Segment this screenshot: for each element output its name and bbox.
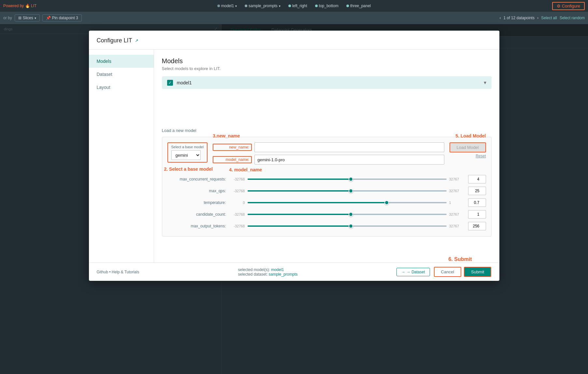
- slices-chevron-icon: ▾: [35, 16, 36, 20]
- model-name-input[interactable]: gemini-1.0-pro: [254, 155, 444, 165]
- slider-label-max-concurrent: max_concurrent_requests:: [167, 177, 226, 181]
- load-model-header: Load a new model: [162, 128, 492, 133]
- slider-label-candidate-count: candidate_count:: [167, 212, 226, 217]
- models-section-title: Models: [162, 57, 492, 65]
- load-model-section: Load a new model Select a base model gem: [162, 128, 492, 237]
- footer-links: Github • Help & Tutorials: [97, 270, 139, 274]
- nav-tab-model1[interactable]: model1 ▾: [214, 2, 240, 9]
- modal-main-content: Models Select models to explore in LIT. …: [154, 50, 499, 263]
- slider-row-temperature: temperature: 0 1: [167, 198, 486, 208]
- slices-button[interactable]: ⊞ Slices ▾: [15, 14, 40, 22]
- base-model-select[interactable]: gemini: [171, 150, 201, 160]
- model1-chevron-icon[interactable]: ▾: [484, 79, 486, 86]
- new-name-row: new_name:: [213, 142, 444, 152]
- layout-icon-3: [346, 5, 349, 7]
- slider-thumb-max-qps[interactable]: [349, 189, 353, 193]
- slider-track-max-qps[interactable]: [248, 190, 447, 192]
- modal-footer: Github • Help & Tutorials selected model…: [89, 263, 499, 281]
- slider-max-max-output-tokens: 32767: [449, 224, 466, 228]
- slider-thumb-max-output-tokens[interactable]: [349, 224, 353, 228]
- datapoint-counter: 1 of 12 datapoints: [504, 16, 535, 20]
- model-name-section: model_name: gemini-1.0-pro 4. model_name: [213, 155, 444, 165]
- main-area: dings ⤢ Datapoint Editor Datapoint Gener…: [0, 24, 588, 374]
- models-section-subtitle: Select models to explore in LIT.: [162, 66, 492, 71]
- slider-max-max-concurrent: 32767: [449, 177, 466, 181]
- annotation-model-name: 4. model_name: [229, 167, 262, 172]
- sidebar-item-dataset[interactable]: Dataset: [89, 68, 154, 81]
- cancel-button[interactable]: Cancel: [434, 267, 461, 277]
- select-all-link[interactable]: Select all: [541, 16, 557, 20]
- new-name-label: new_name:: [213, 144, 252, 151]
- slider-track-candidate-count[interactable]: [248, 214, 447, 215]
- slider-fill-candidate-count: [248, 214, 351, 215]
- selected-model-link[interactable]: model1: [271, 267, 284, 272]
- slider-track-max-output-tokens[interactable]: [248, 225, 447, 227]
- model1-chevron-icon: ▾: [235, 4, 237, 8]
- new-name-input[interactable]: [254, 142, 444, 152]
- model1-row[interactable]: ✓ model1 ▾: [162, 76, 492, 89]
- slider-min-candidate-count: -32768: [229, 212, 245, 216]
- slider-thumb-temperature[interactable]: [384, 200, 389, 205]
- pin-datapoint-button[interactable]: 📌 Pin datapoint 3: [42, 14, 82, 22]
- nav-tab-left-right-label: left_right: [292, 4, 307, 8]
- next-datapoint-icon[interactable]: ›: [537, 16, 538, 20]
- submit-button[interactable]: Submit: [464, 267, 491, 277]
- nav-tab-model1-label: model1: [221, 4, 234, 8]
- configure-button[interactable]: ⚙ Configure: [552, 2, 585, 10]
- nav-tabs: model1 ▾ sample_prompts ▾ left_right top…: [214, 2, 374, 9]
- slider-min-max-concurrent: -32768: [229, 177, 245, 181]
- selected-models-label: selected model(s):: [238, 267, 270, 272]
- sample-prompts-chevron-icon: ▾: [279, 4, 280, 8]
- slider-label-max-output-tokens: max_output_tokens:: [167, 224, 226, 228]
- model-name-row: model_name: gemini-1.0-pro: [213, 155, 444, 165]
- selected-dataset-info: selected dataset: sample_prompts: [238, 272, 298, 277]
- slider-value-max-concurrent[interactable]: [468, 175, 486, 183]
- nav-tab-three-panel-label: three_panel: [350, 4, 371, 8]
- sidebar-item-models[interactable]: Models: [89, 55, 154, 68]
- help-link[interactable]: Help & Tutorials: [112, 270, 139, 274]
- dataset-btn-label: → Dataset: [407, 270, 425, 274]
- model-icon: [217, 5, 220, 7]
- slider-fill-max-output-tokens: [248, 225, 351, 227]
- github-link[interactable]: Github: [97, 270, 108, 274]
- new-name-section: 3.new_name new_name: model_name:: [213, 142, 444, 165]
- slider-max-max-qps: 32767: [449, 189, 466, 193]
- load-model-form: Select a base model gemini 2. Select a b…: [162, 137, 492, 237]
- model1-label: model1: [177, 80, 480, 85]
- modal-sidebar: Models Dataset Layout: [89, 50, 154, 263]
- slider-thumb-max-concurrent[interactable]: [349, 177, 353, 181]
- model1-checkbox[interactable]: ✓: [167, 80, 173, 86]
- annotation-select-base: 2. Select a base model: [164, 166, 213, 172]
- reset-link[interactable]: Reset: [476, 154, 486, 158]
- nav-tab-sample-prompts[interactable]: sample_prompts ▾: [241, 2, 284, 9]
- slider-value-temperature[interactable]: [468, 198, 486, 207]
- selected-dataset-link[interactable]: sample_prompts: [269, 272, 298, 277]
- nav-tab-three-panel[interactable]: three_panel: [343, 2, 374, 9]
- sidebar-item-layout[interactable]: Layout: [89, 81, 154, 94]
- pin-icon: 📌: [46, 16, 51, 20]
- load-model-button[interactable]: Load Model: [450, 142, 486, 152]
- slider-value-max-qps[interactable]: [468, 187, 486, 195]
- slices-label: Slices: [23, 16, 33, 20]
- nav-tab-top-bottom-label: top_bottom: [319, 4, 338, 8]
- slider-value-candidate-count[interactable]: [468, 210, 486, 219]
- pin-label: Pin datapoint 3: [52, 16, 78, 20]
- slider-value-max-output-tokens[interactable]: [468, 222, 486, 230]
- slider-track-max-concurrent[interactable]: [248, 179, 447, 180]
- select-random-link[interactable]: Select random: [560, 16, 585, 20]
- annotation-submit: 6. Submit: [448, 256, 472, 262]
- modal-body: Models Dataset Layout Models Select mode…: [89, 50, 499, 263]
- nav-tab-left-right[interactable]: left_right: [285, 2, 310, 9]
- prev-datapoint-icon[interactable]: ‹: [500, 16, 501, 20]
- dataset-button[interactable]: → → Dataset: [396, 268, 430, 276]
- modal-title: Configure LIT: [97, 37, 132, 44]
- slider-row-max-concurrent: max_concurrent_requests: -32768 32767: [167, 174, 486, 184]
- slider-thumb-candidate-count[interactable]: [349, 212, 353, 217]
- external-link-icon[interactable]: ↗: [135, 38, 138, 43]
- slices-icon: ⊞: [18, 16, 22, 20]
- nav-tab-top-bottom[interactable]: top_bottom: [312, 2, 342, 9]
- base-model-container: Select a base model gemini 2. Select a b…: [167, 142, 208, 163]
- slider-track-temperature[interactable]: [248, 202, 447, 203]
- slider-fill-max-qps: [248, 190, 351, 192]
- modal-overlay: Configure LIT ↗ Models Dataset Layout Mo…: [0, 24, 588, 374]
